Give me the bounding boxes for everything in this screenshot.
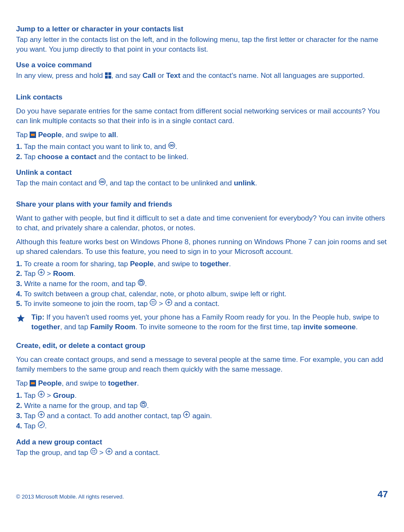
people-tile-icon bbox=[30, 131, 36, 138]
heading-add-group-contact: Add a new group contact bbox=[16, 438, 388, 447]
para-group-1: You can create contact groups, and send … bbox=[16, 355, 388, 375]
heading-voice-command: Use a voice command bbox=[16, 61, 388, 70]
line-tap-people-all: Tap People, and swipe to all. bbox=[16, 130, 388, 140]
star-icon bbox=[16, 314, 25, 326]
plus-icon bbox=[38, 269, 45, 279]
step-group-2: 2. Write a name for the group, and tap . bbox=[16, 401, 388, 411]
heading-jump-letter: Jump to a letter or character in your co… bbox=[16, 25, 388, 34]
para-share-2: Although this feature works best on Wind… bbox=[16, 237, 388, 257]
plus-icon bbox=[165, 299, 172, 309]
svg-rect-13 bbox=[105, 72, 108, 75]
para-voice-command: In any view, press and hold , and say Ca… bbox=[16, 71, 388, 82]
para-unlink-contact: Tap the main contact and , and tap the c… bbox=[16, 179, 388, 189]
step-room-1: 1. To create a room for sharing, tap Peo… bbox=[16, 259, 388, 269]
step-group-4: 4. Tap . bbox=[16, 422, 388, 432]
heading-unlink-contact: Unlink a contact bbox=[16, 168, 388, 178]
people-tile-icon bbox=[30, 380, 36, 386]
para-add-group-contact: Tap the group, and tap > and a contact. bbox=[16, 448, 388, 458]
heading-link-contacts: Link contacts bbox=[16, 93, 388, 102]
link-icon bbox=[168, 142, 175, 152]
svg-rect-14 bbox=[108, 72, 111, 75]
link-icon bbox=[99, 178, 106, 188]
line-tap-people-together: Tap People, and swipe to together. bbox=[16, 379, 388, 389]
heading-contact-group: Create, edit, or delete a contact group bbox=[16, 341, 388, 351]
step-room-4: 4. To switch between a group chat, calen… bbox=[16, 289, 388, 299]
footer-copyright: © 2013 Microsoft Mobile. All rights rese… bbox=[16, 493, 124, 501]
save-icon bbox=[138, 279, 145, 289]
para-link-contacts: Do you have separate entries for the sam… bbox=[16, 107, 388, 126]
page-number: 47 bbox=[378, 488, 388, 501]
members-icon bbox=[149, 299, 157, 309]
svg-rect-18 bbox=[31, 134, 35, 136]
svg-rect-16 bbox=[108, 76, 111, 79]
step-room-2: 2. Tap > Room. bbox=[16, 269, 388, 279]
start-icon bbox=[105, 72, 111, 82]
plus-icon bbox=[38, 411, 45, 421]
step-link-1: 1. Tap the main contact you want to link… bbox=[16, 142, 388, 152]
step-link-2: 2. Tap choose a contact and the contact … bbox=[16, 152, 388, 162]
save-icon bbox=[140, 401, 147, 411]
step-group-3: 3. Tap and a contact. To add another con… bbox=[16, 411, 388, 422]
step-group-1: 1. Tap > Group. bbox=[16, 391, 388, 401]
plus-icon bbox=[38, 391, 45, 401]
tip-block: Tip: If you haven't used rooms yet, your… bbox=[16, 313, 388, 332]
step-room-3: 3. Write a name for the room, and tap . bbox=[16, 279, 388, 289]
para-share-1: Want to gather with people, but find it … bbox=[16, 214, 388, 233]
plus-icon bbox=[105, 448, 113, 458]
tip-text: Tip: If you haven't used rooms yet, your… bbox=[31, 313, 388, 332]
para-jump-letter: Tap any letter in the contacts list on t… bbox=[16, 35, 388, 55]
check-icon bbox=[38, 421, 45, 431]
plus-icon bbox=[183, 411, 190, 421]
svg-rect-15 bbox=[105, 76, 108, 79]
heading-share-plans: Share your plans with your family and fr… bbox=[16, 200, 388, 209]
members-icon bbox=[90, 448, 97, 458]
svg-rect-20 bbox=[31, 382, 35, 384]
step-room-5: 5. To invite someone to join the room, t… bbox=[16, 299, 388, 309]
